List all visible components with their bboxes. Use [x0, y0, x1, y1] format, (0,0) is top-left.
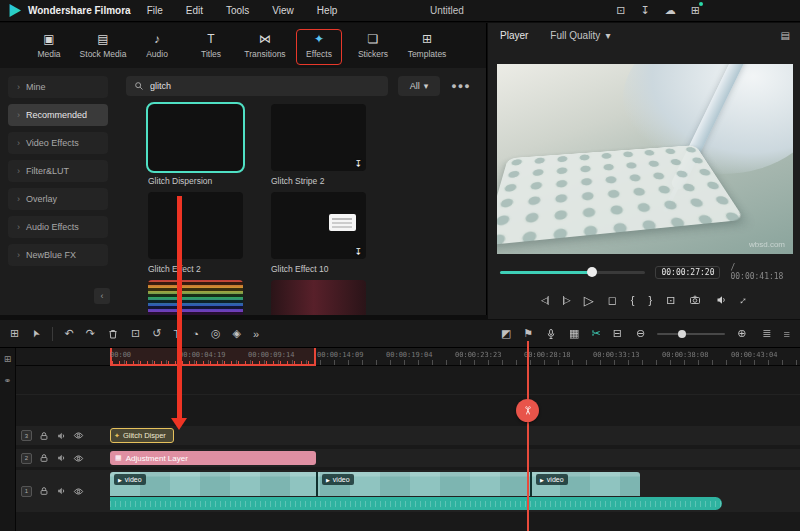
effect-card-partial[interactable] [271, 280, 366, 315]
adjustment-layer-clip[interactable]: ▦ Adjustment Layer [110, 451, 316, 465]
sidebar-collapse-button[interactable]: ‹ [94, 288, 110, 304]
track-manager-icon[interactable]: ⊞ [10, 327, 19, 340]
layout-icon[interactable]: ⊡ [616, 4, 625, 17]
tab-transitions[interactable]: ⋈Transitions [238, 33, 292, 59]
marker-flag-icon[interactable]: ⚑ [523, 327, 533, 340]
previous-frame-button[interactable]: ◁| [541, 295, 548, 305]
track-height-icon[interactable]: ≣ [762, 327, 771, 340]
chevron-right-icon: › [17, 194, 20, 204]
tab-templates[interactable]: ⊞Templates [400, 33, 454, 59]
download-icon[interactable]: ↧ [354, 247, 362, 257]
tab-media[interactable]: ▣Media [22, 33, 76, 59]
menu-file[interactable]: File [147, 5, 163, 16]
effect-card-partial[interactable] [148, 280, 243, 315]
voiceover-mic-icon[interactable] [545, 328, 557, 340]
seek-fill [500, 271, 592, 274]
ruler-labels: 00:00 00:00:04:19 00:00:09:14 00:00:14:0… [110, 351, 800, 359]
apps-grid-icon[interactable]: ⊞ [691, 4, 700, 17]
link-icon[interactable]: ⚭ [4, 376, 12, 386]
mark-out-button[interactable]: } [648, 294, 652, 306]
mute-speaker-icon[interactable] [56, 431, 66, 441]
effect-card-glitch-effect-2[interactable]: Glitch Effect 2 [148, 192, 243, 274]
mute-speaker-icon[interactable] [56, 486, 66, 496]
download-icon[interactable]: ↧ [354, 159, 362, 169]
speed-icon[interactable]: ◔ [192, 328, 199, 340]
quality-dropdown[interactable]: Full Quality▾ [550, 30, 610, 41]
search-input[interactable] [150, 81, 350, 91]
lock-icon[interactable] [39, 486, 49, 496]
select-tool-icon[interactable]: ➤ [29, 327, 43, 339]
mark-in-button[interactable]: { [631, 294, 635, 306]
sidebar-item-overlay[interactable]: ›Overlay [8, 188, 108, 210]
keyframe-icon[interactable]: ◎ [211, 327, 221, 340]
tab-audio[interactable]: ♪Audio [130, 33, 184, 59]
tab-stock-media[interactable]: ▤Stock Media [76, 33, 130, 59]
eye-visibility-icon[interactable] [73, 453, 84, 464]
tab-titles[interactable]: TTitles [184, 33, 238, 59]
snapshot-camera-icon[interactable] [689, 294, 701, 306]
display-mode-button[interactable]: ⊡ [666, 294, 675, 307]
sidebar-item-recommended[interactable]: ›Recommended [8, 104, 108, 126]
timeline-zoom-slider[interactable] [657, 333, 725, 335]
menu-tools[interactable]: Tools [226, 5, 249, 16]
sidebar-item-mine[interactable]: ›Mine [8, 76, 108, 98]
detach-icon[interactable]: ⊟ [613, 327, 622, 340]
track-type-badge: 3 [21, 430, 32, 441]
effect-card-glitch-dispersion[interactable]: Glitch Dispersion [148, 104, 243, 186]
chevron-right-icon: › [17, 82, 20, 92]
audio-clip-strip[interactable] [110, 497, 722, 510]
tab-effects[interactable]: ✦Effects [292, 33, 346, 59]
zoom-in-icon[interactable]: ⊕ [737, 327, 746, 340]
menu-view[interactable]: View [272, 5, 294, 16]
filter-dropdown[interactable]: All▾ [398, 76, 440, 96]
next-frame-button[interactable]: |▷ [562, 295, 569, 305]
timeline-menu-icon[interactable]: ≡ [784, 328, 790, 340]
drag-hint-arrow [177, 196, 182, 418]
more-tools-icon[interactable]: » [253, 328, 259, 340]
effect-card-glitch-stripe-2[interactable]: ↧ Glitch Stripe 2 [271, 104, 366, 186]
sidebar-item-filter-lut[interactable]: ›Filter&LUT [8, 160, 108, 182]
sidebar-item-video-effects[interactable]: ›Video Effects [8, 132, 108, 154]
delete-trash-icon[interactable] [107, 328, 119, 340]
video-clip-strip[interactable]: ▶video ▶video ▶video [110, 472, 640, 496]
cloud-icon[interactable]: ☁ [665, 4, 676, 17]
speaker-icon[interactable] [715, 294, 727, 306]
lock-icon[interactable] [39, 431, 49, 441]
fullscreen-icon[interactable]: ↕ [738, 294, 750, 306]
crop-icon[interactable]: ⊡ [131, 327, 140, 340]
screen-record-icon[interactable]: ▦ [569, 327, 579, 340]
zoom-out-icon[interactable]: ⊖ [636, 327, 645, 340]
timeline-ruler[interactable]: 00:00 00:00:04:19 00:00:09:14 00:00:14:0… [16, 348, 800, 366]
playhead-line[interactable] [527, 341, 529, 531]
tab-stickers[interactable]: ❏Stickers [346, 33, 400, 59]
more-options-icon[interactable]: ●●● [450, 78, 472, 94]
effect-thumbnail [148, 104, 243, 171]
split-scissors-button[interactable]: ✂ [516, 399, 539, 422]
undo-icon[interactable]: ↶ [65, 327, 74, 340]
play-button[interactable]: ▷ [584, 293, 594, 308]
rotate-icon[interactable]: ↺ [152, 327, 161, 340]
mute-speaker-icon[interactable] [56, 453, 66, 463]
zoom-knob[interactable] [678, 330, 686, 338]
seek-knob[interactable] [587, 267, 597, 277]
split-tool-icon[interactable]: ✂ [591, 327, 600, 340]
color-correction-icon[interactable]: ◩ [501, 327, 511, 340]
stop-button[interactable]: ◻ [608, 294, 617, 307]
export-icon[interactable]: ↧ [641, 4, 650, 17]
mask-icon[interactable]: ◈ [232, 327, 240, 340]
manage-tracks-icon[interactable]: ⊞ [4, 354, 12, 364]
eye-visibility-icon[interactable] [73, 486, 84, 497]
effect-card-glitch-effect-10[interactable]: ↧ Glitch Effect 10 [271, 192, 366, 274]
video-preview[interactable]: wbsd.com [497, 64, 793, 254]
titlebar: Wondershare Filmora File Edit Tools View… [0, 0, 800, 22]
redo-icon[interactable]: ↷ [86, 327, 95, 340]
eye-visibility-icon[interactable] [73, 430, 84, 441]
lock-icon[interactable] [39, 453, 49, 463]
sidebar-item-audio-effects[interactable]: ›Audio Effects [8, 216, 108, 238]
scopes-icon[interactable]: ▤ [781, 30, 790, 41]
effect-clip-glitch-dispersion[interactable]: ✦ Glitch Disper [110, 428, 174, 443]
seek-slider[interactable] [500, 271, 645, 274]
menu-edit[interactable]: Edit [186, 5, 203, 16]
sidebar-item-newblue-fx[interactable]: ›NewBlue FX [8, 244, 108, 266]
menu-help[interactable]: Help [317, 5, 338, 16]
